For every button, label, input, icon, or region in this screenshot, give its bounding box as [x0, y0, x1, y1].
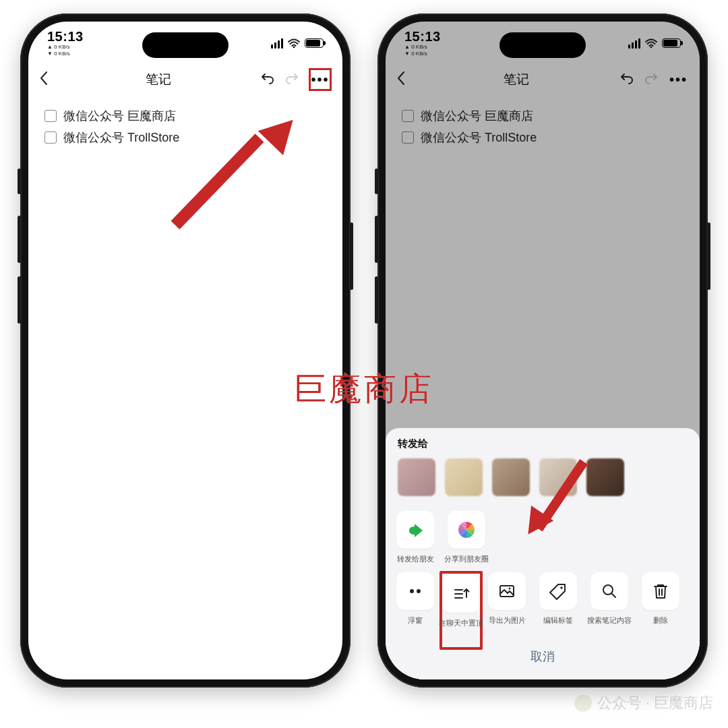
more-button-highlight: •••	[309, 68, 332, 91]
net-up-label: ▲ 0 KB/s	[47, 44, 84, 50]
todo-text: 微信公众号 TrollStore	[63, 129, 179, 146]
share-arrow-icon	[405, 520, 425, 540]
share-sheet: 转发给 转发给朋友	[386, 428, 700, 679]
share-row-1: 转发给朋友	[386, 506, 700, 567]
screen-left: 15:13 ▲ 0 KB/s ▼ 0 KB/s 笔记	[28, 22, 342, 679]
pin-in-chat-button[interactable]	[442, 575, 480, 613]
svg-point-0	[293, 47, 295, 49]
svg-point-6	[560, 586, 563, 589]
share-row-2: 浮窗 在聊天中置顶 导出为图片 编辑标签	[386, 567, 700, 638]
phone-right: 15:13 ▲ 0 KB/s ▼ 0 KB/s 笔记	[377, 13, 708, 688]
watermark-bottom-right: 公众号 · 巨魔商店	[574, 693, 713, 713]
cellular-icon	[271, 38, 283, 49]
watermark-logo-icon	[574, 694, 592, 712]
contact-avatar[interactable]	[398, 458, 435, 496]
svg-point-3	[417, 589, 421, 593]
float-window-button[interactable]: 浮窗	[394, 572, 437, 631]
svg-point-2	[410, 589, 414, 593]
export-image-button[interactable]: 导出为图片	[485, 572, 528, 631]
screen-right: 15:13 ▲ 0 KB/s ▼ 0 KB/s 笔记	[386, 22, 700, 679]
wifi-icon	[287, 38, 301, 49]
moments-icon	[456, 520, 477, 540]
checkbox-icon[interactable]	[44, 131, 57, 144]
share-friend-button[interactable]: 转发给朋友	[394, 511, 437, 564]
contact-avatar[interactable]	[539, 458, 577, 496]
contact-avatar[interactable]	[445, 458, 483, 496]
pin-top-icon	[451, 584, 471, 604]
dynamic-island	[142, 32, 229, 58]
todo-item[interactable]: 微信公众号 TrollStore	[44, 129, 326, 146]
net-down-label: ▼ 0 KB/s	[47, 51, 84, 57]
page-title: 笔记	[57, 71, 260, 88]
float-window-icon	[406, 582, 425, 601]
delete-button[interactable]: 删除	[639, 572, 682, 631]
pin-in-chat-highlight: 在聊天中置顶	[439, 571, 483, 650]
contact-avatar[interactable]	[586, 458, 624, 496]
image-icon	[497, 581, 517, 601]
cancel-button[interactable]: 取消	[386, 638, 700, 679]
dynamic-island	[499, 32, 586, 58]
phone-left: 15:13 ▲ 0 KB/s ▼ 0 KB/s 笔记	[20, 13, 351, 688]
recent-contacts-row[interactable]	[386, 457, 700, 506]
search-note-button[interactable]: 搜索笔记内容	[588, 572, 631, 631]
todo-text: 微信公众号 巨魔商店	[63, 108, 176, 124]
contact-avatar[interactable]	[492, 458, 530, 496]
clock-label: 15:13	[47, 30, 84, 43]
tag-icon	[548, 581, 568, 601]
svg-point-5	[509, 588, 511, 590]
nav-bar: 笔记 •••	[28, 63, 342, 96]
back-button[interactable]	[39, 71, 57, 88]
battery-icon	[305, 38, 324, 48]
share-moments-button[interactable]: 分享到朋友圈	[445, 511, 488, 564]
forward-to-label: 转发给	[386, 437, 700, 457]
todo-item[interactable]: 微信公众号 巨魔商店	[44, 108, 326, 124]
undo-button[interactable]	[260, 71, 275, 88]
redo-button[interactable]	[284, 71, 299, 88]
more-button[interactable]: •••	[310, 72, 331, 88]
search-icon	[599, 581, 619, 601]
note-body[interactable]: 微信公众号 巨魔商店 微信公众号 TrollStore	[28, 101, 342, 158]
edit-tags-button[interactable]: 编辑标签	[537, 572, 580, 631]
checkbox-icon[interactable]	[44, 110, 57, 122]
trash-icon	[650, 581, 671, 601]
